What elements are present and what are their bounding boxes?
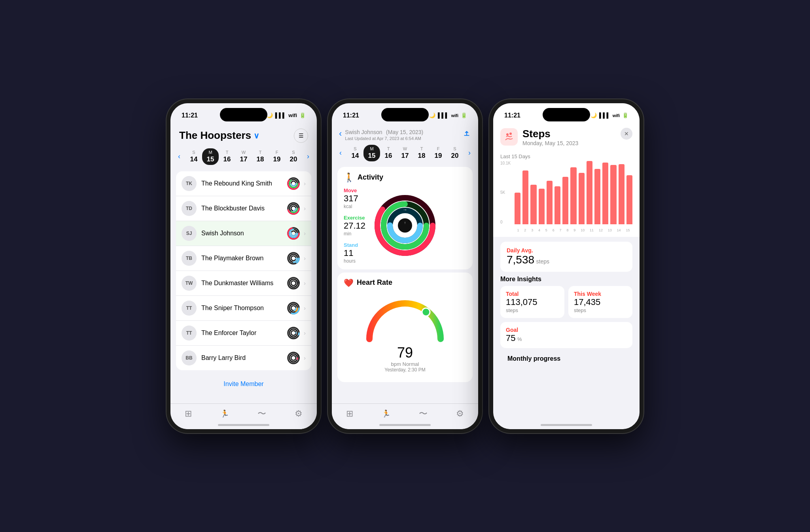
member-item-1[interactable]: TD The Blockbuster Davis › [176, 196, 311, 221]
p3-chart-section: Last 15 Days 10.1K 5K 0 1234567891011121… [493, 149, 640, 237]
chart-bar-11 [594, 169, 600, 224]
member-rings-5 [287, 302, 300, 314]
chart-bar-2 [522, 170, 528, 224]
chart-bar-1 [515, 193, 520, 224]
chart-bar-15 [626, 175, 632, 224]
tab-settings[interactable]: ⚙ [295, 409, 303, 419]
home-indicator-1 [218, 424, 269, 426]
cal-day-19[interactable]: F19 [269, 148, 285, 165]
phone-2: 11:21 🌙 ▌▌▌ wifi 🔋 ‹ Swish Johnson (Ma [328, 99, 482, 433]
member-chevron-5: › [304, 305, 306, 311]
member-item-3[interactable]: TB The Playmaker Brown › [176, 246, 311, 271]
tab-activity[interactable]: 🏃 [220, 409, 229, 418]
member-rings-4 [287, 277, 300, 290]
dynamic-island-1 [220, 108, 267, 121]
member-item-4[interactable]: TW The Dunkmaster Williams › [176, 271, 311, 296]
p2-stand-stat: Stand 11 hours [344, 242, 365, 264]
member-chevron-7: › [304, 355, 306, 361]
p2-person-name: Swish Johnson (May 15, 2023) [345, 127, 462, 136]
p3-close-button[interactable]: ✕ [621, 128, 632, 140]
p2-cal-day-17[interactable]: W17 [397, 145, 413, 161]
p2-cal-day-18[interactable]: T18 [413, 145, 430, 161]
member-avatar-0: TK [182, 176, 197, 191]
p2-cal-day-20[interactable]: S20 [447, 145, 463, 161]
member-avatar-2: SJ [182, 226, 197, 241]
p2-cal-day-14[interactable]: S14 [347, 145, 363, 161]
p2-share-button[interactable] [462, 129, 471, 139]
tab-trends[interactable]: 〜 [257, 408, 266, 420]
p2-bpm-time: Yesterday, 2:30 PM [384, 367, 425, 373]
invite-member-button[interactable]: Invite Member [170, 374, 317, 391]
member-avatar-6: TT [182, 326, 197, 341]
p2-tab-groups[interactable]: ⊞ [346, 409, 353, 419]
p3-bars-area [515, 161, 632, 224]
p1-title-chevron: ∨ [254, 131, 259, 140]
p3-insights: Daily Avg. 7,538 steps More Insights Tot… [493, 237, 640, 369]
p2-activity-tab-icon: 🏃 [382, 409, 390, 418]
p3-goal-unit: % [517, 336, 522, 342]
p2-groups-icon: ⊞ [346, 409, 353, 419]
p1-cal-prev[interactable]: ‹ [174, 151, 184, 163]
member-item-0[interactable]: TK The Rebound King Smith › [176, 171, 311, 196]
signal-icon-2: ▌▌▌ [438, 112, 449, 118]
p3-total-value-row: 113,075 [506, 297, 559, 307]
tab-groups[interactable]: ⊞ [185, 409, 192, 419]
p1-title-group[interactable]: The Hoopsters ∨ [179, 129, 259, 142]
p3-goal-value: 75 [506, 333, 515, 343]
p3-title-block: Steps Monday, May 15, 2023 [522, 128, 578, 146]
p2-activity-title: Activity [358, 173, 383, 182]
cal-day-17[interactable]: W17 [235, 148, 252, 165]
chart-bar-10 [587, 161, 592, 224]
member-item-6[interactable]: TT The Enforcer Taylor › [176, 321, 311, 346]
cal-day-14[interactable]: S14 [185, 148, 202, 165]
p2-cal-day-15[interactable]: M15 [363, 145, 380, 161]
p2-heart-card: ❤️ Heart Rate [337, 273, 473, 382]
member-avatar-1: TD [182, 201, 197, 216]
member-item-7[interactable]: BB Barry Larry Bird › [176, 346, 311, 370]
wifi-icon-3: wifi [613, 113, 620, 118]
member-name-1: The Blockbuster Davis [201, 205, 287, 212]
p2-back-button[interactable]: ‹ [339, 129, 342, 139]
x-label-4: 4 [538, 228, 540, 232]
member-chevron-3: › [304, 255, 306, 261]
cal-day-16[interactable]: T16 [219, 148, 235, 165]
cal-day-15[interactable]: M15 [202, 148, 219, 165]
p3-this-week-unit: steps [574, 307, 627, 313]
p1-title-text: The Hoopsters [179, 129, 251, 142]
chart-bar-3 [530, 185, 536, 224]
x-label-2: 2 [524, 228, 526, 232]
p1-cal-next[interactable]: › [303, 151, 313, 163]
p2-tab-settings[interactable]: ⚙ [456, 409, 464, 419]
p2-cal-day-16[interactable]: T16 [380, 145, 397, 161]
p3-goal-label: Goal [506, 327, 627, 333]
p2-last-updated: Last Updated at Apr 7, 2023 at 6:54 AM [345, 136, 462, 141]
p2-heart-title: Heart Rate [357, 278, 392, 287]
p2-cal-next[interactable]: › [465, 147, 474, 159]
cal-day-18[interactable]: T18 [252, 148, 269, 165]
p2-cal-prev[interactable]: ‹ [336, 147, 345, 159]
p2-heart-gauge: 79 bpm Normal Yesterday, 2:30 PM [344, 292, 466, 377]
chart-bar-4 [539, 189, 545, 224]
p2-cal-day-19[interactable]: F19 [430, 145, 447, 161]
p1-menu-button[interactable]: ☰ [294, 129, 308, 143]
heart-icon: ❤️ [344, 278, 354, 288]
p2-tab-trends[interactable]: 〜 [419, 408, 428, 420]
p3-this-week-card: This Week 17,435 steps [568, 286, 632, 318]
chart-bar-7 [562, 177, 568, 224]
p3-y-max: 10.1K [500, 161, 511, 165]
member-avatar-4: TW [182, 276, 197, 291]
member-avatar-3: TB [182, 251, 197, 266]
menu-icon: ☰ [299, 133, 304, 139]
chart-bar-12 [602, 163, 608, 224]
p1-header: The Hoopsters ∨ ☰ [170, 125, 317, 146]
p3-y-min: 0 [500, 220, 511, 224]
wifi-icon-1: wifi [288, 112, 297, 118]
status-icons-2: 🌙 ▌▌▌ wifi 🔋 [429, 112, 467, 118]
member-item-5[interactable]: TT The Sniper Thompson › [176, 296, 311, 321]
cal-day-20[interactable]: S20 [285, 148, 302, 165]
p2-activity-header: 🚶 Activity [344, 172, 466, 183]
p2-stand-unit: hours [344, 258, 365, 264]
member-item-2[interactable]: SJ Swish Johnson › [176, 221, 311, 246]
p2-tab-activity[interactable]: 🏃 [382, 409, 390, 418]
x-label-12: 12 [599, 228, 603, 232]
